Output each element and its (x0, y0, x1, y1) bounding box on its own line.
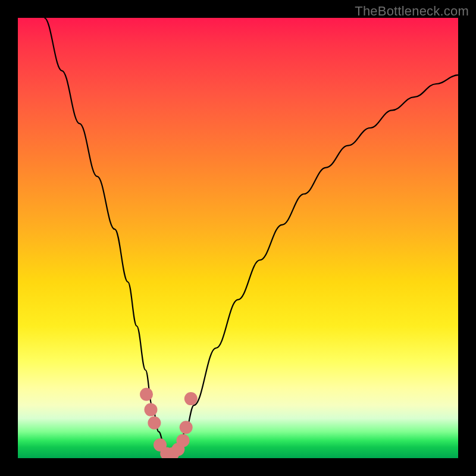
chart-svg (18, 18, 458, 458)
marker-group (140, 388, 198, 458)
chart-frame: TheBottleneck.com (0, 0, 476, 476)
marker-dot (144, 403, 157, 416)
marker-dot (184, 392, 198, 405)
bottleneck-curve-path (44, 18, 458, 456)
watermark-text: TheBottleneck.com (355, 4, 469, 19)
marker-dot (148, 416, 161, 430)
bottleneck-curve (44, 18, 458, 456)
marker-dot (140, 388, 153, 401)
marker-dot (177, 434, 190, 447)
plot-area (18, 18, 458, 458)
marker-dot (180, 421, 193, 434)
